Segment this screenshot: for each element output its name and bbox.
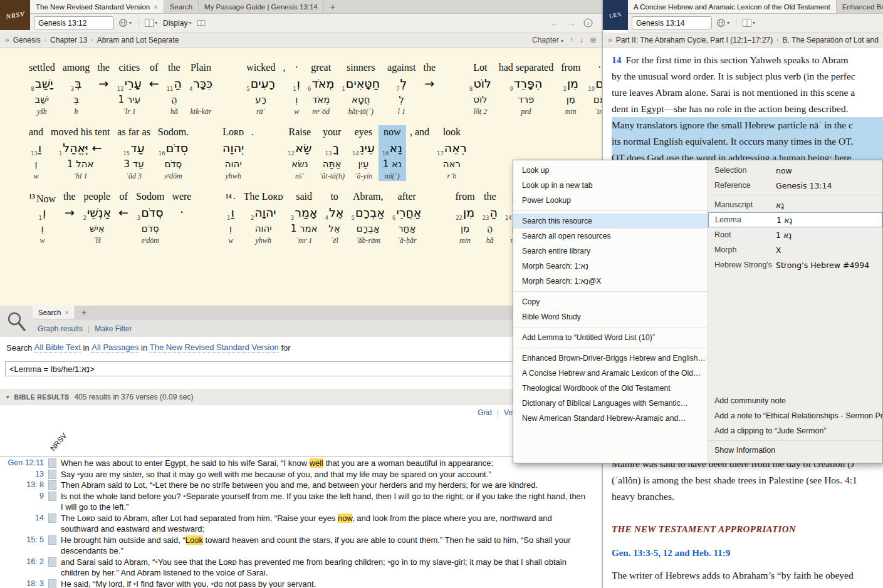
interlinear-word[interactable]: moved his tent1יֶּאֱהַל ←אהל 1ʾhl 1	[47, 125, 113, 181]
interlinear-word[interactable]: had separated9הִפָּרֵדפרדprd	[495, 61, 558, 116]
interlinear-word[interactable]: Raise12שָׂאנשׂאnśʾ	[284, 125, 315, 181]
interlinear-word[interactable]: 14·1וַוְw	[221, 190, 239, 245]
result-reference[interactable]: 14	[0, 513, 44, 524]
interlinear-word[interactable]: as far as15עַדעַד 3ʿăd 3	[113, 125, 154, 181]
menu-item-search-this-resource[interactable]: Search this resource	[513, 214, 708, 229]
interlinear-word[interactable]: the→	[93, 61, 113, 116]
result-reference[interactable]: 18: 3	[0, 579, 44, 588]
verse-indicator[interactable]	[48, 458, 56, 468]
interlinear-word[interactable]: , and	[406, 125, 433, 181]
layout-columns-button[interactable]: ▾	[741, 18, 756, 28]
search-result-row[interactable]: 14The Lᴏʀᴅ said to Abram, after Lot had …	[0, 513, 602, 535]
breadcrumb-part[interactable]: Part II: The Abraham Cycle, Part I (12:1…	[616, 36, 773, 44]
verse-indicator[interactable]	[48, 492, 56, 501]
close-circle-icon[interactable]: ⊗	[590, 35, 597, 44]
scope-link-all-passages[interactable]: All Passages	[91, 343, 138, 353]
menu-item-search-all-open-resources[interactable]: Search all open resources	[513, 229, 708, 244]
verse-indicator[interactable]	[48, 470, 56, 479]
globe-button[interactable]: ▾	[117, 17, 133, 29]
scope-link-the-new-revised-standard-version[interactable]: The New Revised Standard Version	[150, 343, 279, 353]
menu-item-a-concise-hebrew-and-aramaic-lexicon-of-the-old[interactable]: A Concise Hebrew and Aramaic Lexicon of …	[513, 366, 708, 381]
interlinear-word[interactable]: sinners1חַטָּאִיםחֲטָאḥăṭ-ṭā(ʾ)	[338, 61, 384, 116]
interlinear-word[interactable]: of←	[115, 190, 132, 245]
breadcrumb-chapter[interactable]: Chapter 13	[50, 36, 87, 44]
tab-a-concise-hebrew-and-aramaic-lexicon-of-the-old-testament[interactable]: A Concise Hebrew and Aramaic Lexicon of …	[628, 0, 837, 13]
forward-icon[interactable]: →	[567, 18, 576, 28]
interlinear-word[interactable]: The Lᴏʀᴅ2יהוָהיהוהyhwh	[240, 190, 287, 245]
reference-input[interactable]	[34, 16, 114, 29]
collapse-triangle-icon[interactable]: ▾	[6, 394, 9, 400]
interlinear-word-selected[interactable]: now16נָאנא 1nā(ʾ)	[379, 125, 406, 181]
menu-item-look-up[interactable]: Look up	[513, 163, 708, 178]
interlinear-word[interactable]: from22מִןמִןmin	[452, 190, 479, 245]
result-reference[interactable]: Gen 12:11	[0, 458, 44, 469]
search-result-row[interactable]: 16: 2and Sarai said to Abram, “•You see …	[0, 557, 602, 579]
new-tab-button[interactable]: +	[324, 0, 342, 13]
interlinear-word[interactable]: Lot8לוֹטלוֹטlôṭ 2	[466, 61, 495, 116]
interlinear-word[interactable]: and13וַוְw	[25, 125, 47, 181]
menu-item-search-entire-library[interactable]: Search entire library	[513, 244, 708, 259]
menu-item-copy[interactable]: Copy	[513, 294, 708, 309]
verse-indicator[interactable]	[48, 513, 56, 523]
info-icon[interactable]: i	[583, 18, 593, 28]
interlinear-word[interactable]: the→	[419, 61, 439, 116]
menu-item-morph-search-1[interactable]: Morph Search: 1:נָא	[513, 259, 708, 274]
book-button[interactable]	[196, 18, 207, 28]
search-result-row[interactable]: 15: 5He brought him outside and said, “L…	[0, 535, 602, 557]
verse-indicator[interactable]	[48, 535, 56, 545]
interlinear-word[interactable]: from2מִןמִןmin	[557, 61, 584, 116]
tab-the-new-revised-standard-version[interactable]: The New Revised Standard Version×	[30, 0, 164, 13]
search-result-row[interactable]: Gen 12:11When he was about to enter Egyp…	[0, 458, 602, 469]
interlinear-word[interactable]: to4אֶלאֵלʾēl	[321, 190, 348, 245]
tab-search[interactable]: Search	[164, 0, 199, 13]
menu-item-bible-word-study[interactable]: Bible Word Study	[513, 309, 708, 324]
lexicon-resource-logo[interactable]: LEX	[603, 0, 628, 30]
back-icon[interactable]: ←	[550, 18, 559, 28]
previous-chapter-button[interactable]: ↑	[570, 36, 573, 44]
interlinear-word[interactable]: people2אַנְשֵׁיאִישׁʾîš	[80, 190, 115, 245]
interlinear-word[interactable]: of←	[145, 61, 163, 116]
tab-enhanced-brown-driver[interactable]: Enhanced Brown-Driver-	[837, 0, 883, 13]
verse-indicator[interactable]	[48, 557, 56, 567]
interlinear-word[interactable]: among3בְּבְּb	[59, 61, 94, 116]
interlinear-word[interactable]: said3אָמַראמר 1ʾmr 1	[287, 190, 321, 245]
globe-button[interactable]: ▾	[715, 17, 731, 29]
menu-item-morph-search-1-x[interactable]: Morph Search: 1:נָא@X	[513, 274, 708, 289]
tab-search[interactable]: Search×	[33, 306, 75, 319]
interlinear-word[interactable]: were·	[168, 190, 195, 245]
result-reference[interactable]: 16: 2	[0, 557, 44, 568]
graph-results-link[interactable]: Graph results	[38, 324, 83, 333]
result-reference[interactable]: 15: 5	[0, 535, 44, 546]
interlinear-word[interactable]: wicked5רָעִיםרַעrāʿ	[243, 61, 279, 116]
interlinear-word[interactable]: the→	[60, 190, 80, 245]
interlinear-word[interactable]: ·1וְוְw	[289, 61, 304, 116]
make-filter-link[interactable]: Make Filter	[95, 324, 132, 333]
result-reference[interactable]: 13: 8	[0, 480, 44, 491]
verse-indicator[interactable]	[48, 480, 56, 490]
interlinear-word[interactable]: your13ךָאַתָּהʾăt-tā(h)	[315, 125, 348, 181]
scope-link-all-bible-text[interactable]: All Bible Text	[34, 343, 81, 353]
interlinear-word[interactable]: the23הַהֲhă	[479, 190, 501, 245]
collapse-chevrons-icon[interactable]: »	[5, 36, 9, 44]
search-result-row[interactable]: 18: 3He said, “My lord, if •I find favor…	[0, 579, 602, 588]
search-result-row[interactable]: 9Is not the whole land before you? •Sepa…	[0, 491, 602, 513]
nav-unit-selector[interactable]: Chapter ▾	[532, 36, 563, 44]
interlinear-word[interactable]: cities12עָרֵיעִיר 1ʿîr 1	[113, 61, 145, 116]
interlinear-word[interactable]: Abram,5אַבְרָםאַבְרָםʾăb-rām	[348, 190, 389, 245]
reference-input[interactable]	[632, 16, 712, 29]
next-chapter-button[interactable]: ↓	[580, 36, 583, 44]
interlinear-word[interactable]: Lᴏʀᴅיְהוָהיהוהyhwh	[219, 125, 248, 181]
interlinear-word[interactable]: the11הַהֲhă	[163, 61, 185, 116]
menu-item-power-lookup[interactable]: Power Lookup	[513, 193, 708, 208]
menu-item-theological-wordbook-of-the-old-testament[interactable]: Theological Wordbook of the Old Testamen…	[513, 381, 708, 396]
search-result-row[interactable]: 13Say •you are my sister, so that it may…	[0, 469, 602, 480]
interlinear-word[interactable]: against7לְלְl 1	[384, 61, 419, 116]
interlinear-word[interactable]: eyes14עֵינֶעַיִןʿă-yin	[348, 125, 379, 181]
interlinear-word[interactable]: look17רְאֵהראהrʾh	[433, 125, 471, 181]
info-action-add-community-note[interactable]: Add community note	[708, 393, 882, 408]
search-query-input[interactable]	[5, 361, 597, 376]
tab-my-passage-guide-genesis-13-14[interactable]: My Passage Guide | Genesis 13:14	[199, 0, 324, 13]
interlinear-word[interactable]: settled8יָשַׁביֹשֵׁבyšb	[25, 61, 59, 116]
close-icon[interactable]: ×	[65, 309, 68, 316]
menu-item-enhanced-brown-driver-briggs-hebrew-and-english[interactable]: Enhanced Brown-Driver-Briggs Hebrew and …	[513, 351, 708, 366]
